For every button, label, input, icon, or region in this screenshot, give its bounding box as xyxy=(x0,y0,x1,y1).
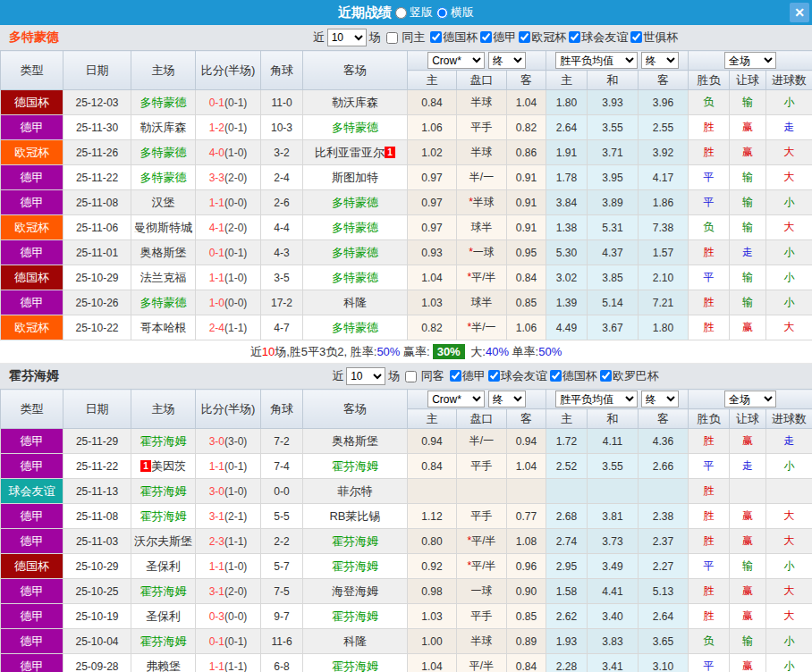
corner-cell: 3-2 xyxy=(261,140,303,165)
league-filter-checkbox[interactable] xyxy=(600,370,612,382)
mean-away-cell: 5.13 xyxy=(639,579,689,604)
halftime-score: (0-1) xyxy=(224,460,247,473)
away-team-cell: 多特蒙德 xyxy=(303,215,408,240)
away-team-name: 比利亚雷亚尔 xyxy=(315,146,385,159)
away-team-cell: 霍芬海姆 xyxy=(303,654,408,672)
match-row: 德甲 25-11-22 多特蒙德 3-3(2-0) 2-4 斯图加特 0.97 … xyxy=(1,165,812,190)
handicap-cell: *半/一 xyxy=(457,315,507,340)
fulltime-score: 2-4 xyxy=(209,322,224,334)
league-filter-option[interactable]: 欧罗巴杯 xyxy=(597,368,659,384)
same-venue-option[interactable]: 同主 xyxy=(384,29,426,46)
summary-segment: 50% xyxy=(538,345,562,358)
odds-home-cell: 0.84 xyxy=(408,90,457,115)
layout-horizontal-option[interactable]: 横版 xyxy=(436,4,474,21)
mean-group-header: 胜平负均值 终 xyxy=(546,51,689,71)
league-filter-option[interactable]: 德甲 xyxy=(447,368,486,384)
date-cell: 25-11-22 xyxy=(63,454,131,479)
score-cell: 3-1(2-1) xyxy=(196,504,261,529)
mean-home-cell: 2.95 xyxy=(546,554,588,579)
fulltime-score: 3-1 xyxy=(209,510,224,523)
filter-controls: 近 10 场 同客 德甲球会友谊德国杯欧罗巴杯 xyxy=(179,367,812,385)
goals-result-cell: 小 xyxy=(766,290,812,315)
away-team-name: RB莱比锡 xyxy=(329,509,380,523)
mean-time-select[interactable]: 终 xyxy=(641,52,679,69)
scope-select[interactable]: 全场 xyxy=(724,391,776,407)
match-row: 德甲 25-09-28 弗赖堡 1-1(1-1) 6-8 霍芬海姆 1.04 平… xyxy=(1,654,812,672)
mean-time-select[interactable]: 终 xyxy=(641,391,679,407)
odds-source-select[interactable]: Crow* xyxy=(427,52,485,69)
halftime-score: (0-0) xyxy=(224,610,247,623)
titlebar: 近期战绩 竖版 横版 ✕ xyxy=(0,0,812,25)
home-team-cell: 哥本哈根 xyxy=(131,315,196,340)
fulltime-score: 1-1 xyxy=(209,272,224,284)
odds-time-select[interactable]: 终 xyxy=(488,391,526,407)
league-filter-option[interactable]: 球会友谊 xyxy=(566,29,628,46)
league-filter-checkbox[interactable] xyxy=(550,370,562,382)
horizontal-radio[interactable] xyxy=(436,7,448,19)
same-venue-option[interactable]: 同客 xyxy=(402,368,444,384)
layout-vertical-option[interactable]: 竖版 xyxy=(395,4,433,21)
away-team-name: 多特蒙德 xyxy=(332,321,378,334)
result-cell: 平 xyxy=(689,265,730,290)
summary-segment: 场,胜5平3负2, 胜率: xyxy=(275,344,376,360)
handicap-cell: 平手 xyxy=(457,454,507,479)
scope-select[interactable]: 全场 xyxy=(724,52,776,69)
league-type-cell: 德甲 xyxy=(1,290,63,315)
date-cell: 25-11-08 xyxy=(63,190,131,215)
mean-home-cell: 2.52 xyxy=(546,454,588,479)
league-filter-checkbox[interactable] xyxy=(480,31,492,43)
results-table: 类型 日期 主场 比分(半场) 角球 客场 Crow* 终 胜平负均值 xyxy=(0,389,812,672)
odds-home-header: 主 xyxy=(408,71,457,90)
result-cell: 胜 xyxy=(689,604,730,629)
corner-cell: 11-0 xyxy=(261,90,303,115)
league-filter-option[interactable]: 欧冠杯 xyxy=(516,29,566,46)
league-filter-option[interactable]: 德甲 xyxy=(478,29,516,46)
scope-group-header: 全场 xyxy=(689,390,812,409)
league-filter-option[interactable]: 德国杯 xyxy=(427,29,478,46)
handicap-result-cell: 赢 xyxy=(730,429,766,454)
result-cell: 平 xyxy=(689,654,730,672)
league-filter-option[interactable]: 德国杯 xyxy=(547,368,597,384)
score-cell: 1-1(1-0) xyxy=(196,554,261,579)
match-count-select[interactable]: 10 xyxy=(346,367,385,385)
league-filter-checkbox[interactable] xyxy=(450,370,461,382)
odds-time-select[interactable]: 终 xyxy=(488,52,526,69)
corner-cell: 3-5 xyxy=(261,265,303,290)
halftime-score: (1-1) xyxy=(224,322,247,334)
date-cell: 25-10-29 xyxy=(63,265,131,290)
vertical-radio[interactable] xyxy=(395,7,407,19)
match-row: 欧冠杯 25-11-06 曼彻斯特城 4-1(2-0) 4-4 多特蒙德 0.9… xyxy=(1,215,812,240)
corner-cell: 7-2 xyxy=(261,429,303,454)
corner-cell: 2-6 xyxy=(261,190,303,215)
away-team-name: 勒沃库森 xyxy=(332,96,378,109)
goals-result-cell: 小 xyxy=(766,629,812,654)
same-venue-checkbox[interactable] xyxy=(386,32,398,44)
odds-source-select[interactable]: Crow* xyxy=(427,391,485,407)
fulltime-score: 3-0 xyxy=(209,485,224,498)
mean-select[interactable]: 胜平负均值 xyxy=(555,52,638,69)
mean-away-cell: 2.55 xyxy=(639,115,689,140)
away-team-name: 科隆 xyxy=(343,634,367,648)
handicap-result-cell: 输 xyxy=(730,629,766,654)
league-filter-option[interactable]: 世俱杯 xyxy=(628,29,678,46)
odds-away-cell: 0.85 xyxy=(507,604,546,629)
match-row: 德甲 25-11-29 霍芬海姆 3-0(3-0) 7-2 奥格斯堡 0.94 … xyxy=(1,429,812,454)
odds-away-cell: 1.04 xyxy=(507,454,546,479)
same-venue-checkbox[interactable] xyxy=(405,371,417,382)
mean-home-cell: 2.74 xyxy=(546,529,588,554)
mean-draw-cell: 3.83 xyxy=(588,629,639,654)
league-filter-checkbox[interactable] xyxy=(488,370,500,382)
league-filter-checkbox[interactable] xyxy=(430,31,442,43)
handicap-cell xyxy=(457,479,507,504)
mean-select[interactable]: 胜平负均值 xyxy=(555,391,638,407)
league-filter-checkbox[interactable] xyxy=(519,31,530,43)
mean-away-cell: 3.96 xyxy=(639,90,689,115)
close-button[interactable]: ✕ xyxy=(790,3,809,22)
league-filter-checkbox[interactable] xyxy=(630,31,642,43)
goals-result-cell: 大 xyxy=(766,140,812,165)
handicap-cell: 半/一 xyxy=(457,429,507,454)
league-filter-checkbox[interactable] xyxy=(569,31,580,43)
goals-header: 进球数 xyxy=(766,71,812,90)
league-filter-option[interactable]: 球会友谊 xyxy=(486,368,547,384)
match-count-select[interactable]: 10 xyxy=(327,29,367,46)
